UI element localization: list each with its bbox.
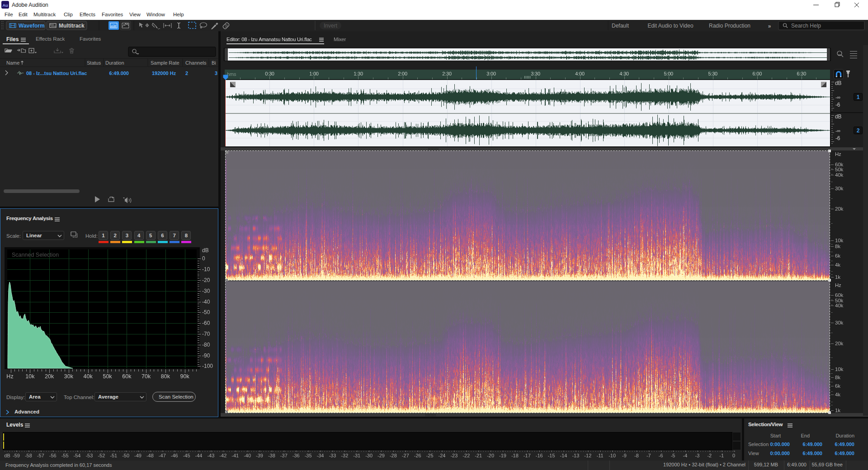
svg-text:Sample Rate: Sample Rate — [151, 60, 179, 66]
svg-text:Default: Default — [612, 23, 629, 29]
svg-text:Name: Name — [6, 60, 19, 66]
svg-text:08 - Iz...tsu Nattou Uri.flac: 08 - Iz...tsu Nattou Uri.flac — [26, 70, 87, 76]
svg-text:Duration: Duration — [105, 60, 124, 66]
svg-text:Au: Au — [2, 3, 8, 8]
svg-text:Waveform: Waveform — [19, 23, 45, 29]
svg-text:3: 3 — [215, 70, 217, 76]
svg-text:»: » — [768, 23, 771, 29]
svg-text:Invert: Invert — [324, 23, 338, 29]
svg-text:Search Help: Search Help — [791, 23, 821, 29]
svg-text:2: 2 — [185, 70, 188, 76]
svg-text:6:49.000: 6:49.000 — [109, 70, 129, 76]
svg-text:Edit Audio to Video: Edit Audio to Video — [647, 23, 693, 29]
svg-text:Bi: Bi — [212, 60, 216, 66]
svg-text:Radio Production: Radio Production — [709, 23, 750, 29]
svg-text:192000 Hz: 192000 Hz — [152, 70, 176, 76]
svg-text:Channels: Channels — [185, 60, 207, 66]
svg-text:Status: Status — [87, 60, 101, 66]
svg-text:Multitrack: Multitrack — [59, 23, 85, 29]
